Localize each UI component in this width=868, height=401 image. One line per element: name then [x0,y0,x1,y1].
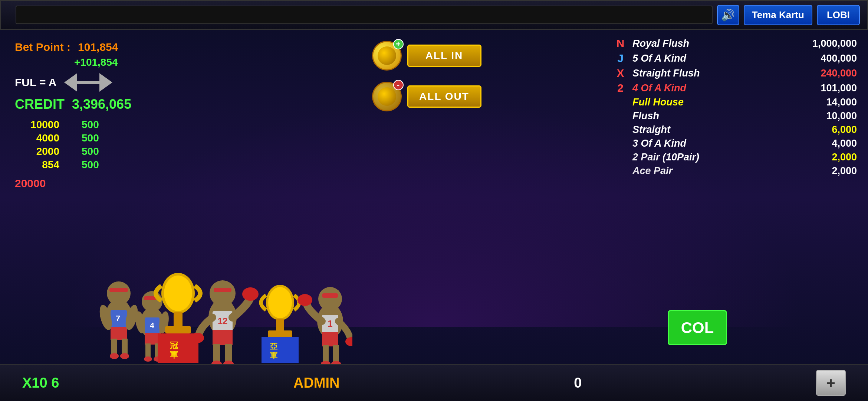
svg-rect-26 [174,312,183,327]
payout-value-5-of-a-kind: 400,000 [790,53,857,64]
credit-value: 3,396,065 [72,97,131,112]
svg-text:軍: 軍 [170,350,178,359]
svg-rect-36 [213,330,233,345]
payout-name-2-pair: 2 Pair (10Pair) [632,151,786,163]
all-in-button[interactable]: ALL IN [407,45,481,67]
svg-rect-6 [111,339,117,355]
tema-kartu-button[interactable]: Tema Kartu [744,5,812,25]
payout-name-straight-flush: Straight Flush [632,68,786,79]
bet-table: 10000 500 4000 500 2000 500 854 500 [15,119,237,172]
payout-name-5-of-a-kind: 5 Of A Kind [632,53,786,64]
svg-rect-2 [109,288,128,292]
top-bar-input [16,6,713,24]
svg-text:1: 1 [328,319,332,329]
payout-value-straight: 6,000 [790,124,857,136]
col-button[interactable]: COL [668,310,727,345]
svg-rect-17 [145,333,160,345]
bet-col1-1: 10000 [15,119,59,131]
svg-point-39 [211,361,222,364]
svg-point-42 [191,333,204,343]
plus-button[interactable]: + [816,370,846,396]
payout-name-straight: Straight [632,124,786,136]
svg-rect-27 [165,326,191,333]
payout-letter-J: J [612,52,629,65]
payout-name-flush: Flush [632,110,786,122]
all-out-group[interactable]: - ALL OUT [372,82,481,111]
payout-letter-2: 2 [612,82,629,94]
payout-name-full-house: Full House [632,97,786,108]
svg-text:7: 7 [116,314,120,323]
svg-point-60 [331,361,341,364]
bet-col2-4: 500 [82,159,111,171]
bonus-row: +101,854 [15,56,237,68]
svg-rect-18 [145,343,151,358]
payout-row-4-of-a-kind: 2 4 Of A Kind 101,000 [612,82,857,94]
coin-all-in-icon: + [372,41,402,71]
arrows-control[interactable] [64,73,112,92]
bet-label: Bet Point : [15,41,70,53]
payout-row-full-house: Full House 14,000 [612,97,857,108]
arrow-left-icon[interactable] [64,73,77,92]
payout-name-royal-flush: Royal Flush [632,38,786,49]
sound-icon: 🔊 [721,9,735,22]
sound-button[interactable]: 🔊 [717,5,739,25]
table-row: 10000 500 [15,119,237,131]
svg-rect-7 [122,339,128,355]
payout-row-flush: Flush 10,000 [612,110,857,122]
bonus-value: +101,854 [74,56,118,68]
payout-letter-N: N [612,37,629,50]
payout-letter-X: X [612,67,629,79]
svg-rect-38 [225,344,232,363]
bet-col1-3: 2000 [15,146,59,157]
lobi-button[interactable]: LOBI [817,5,860,25]
character-svg: 7 4 [74,238,352,364]
ful-row: FUL = A [15,73,237,92]
bottom-bar: X10 6 ADMIN 0 + [0,364,868,401]
svg-point-40 [223,361,234,364]
svg-rect-5 [111,327,127,340]
plus-icon: + [393,39,404,49]
credit-row: CREDIT 3,396,065 [15,97,237,112]
all-in-group[interactable]: + ALL IN [372,41,481,71]
arrow-right-icon[interactable] [99,73,112,92]
svg-rect-48 [262,337,299,363]
payout-value-flush: 10,000 [790,110,857,122]
coin-all-out-icon: - [372,82,402,111]
bet-point-row: Bet Point : 101,854 [15,41,237,53]
svg-rect-53 [322,293,338,298]
payout-name-4-of-a-kind: 4 Of A Kind [632,82,786,94]
zero-label: 0 [574,375,582,391]
arrow-body [77,81,99,84]
payout-row-straight-flush: X Straight Flush 240,000 [612,67,857,79]
payout-value-3-of-a-kind: 4,000 [790,138,857,149]
bet-col1-2: 4000 [15,132,59,144]
bet-col1-4: 854 [15,159,59,171]
payout-value-ace-pair: 2,000 [790,165,857,177]
svg-text:冠: 冠 [170,341,178,350]
svg-rect-33 [214,288,231,292]
payout-name-ace-pair: Ace Pair [632,165,786,177]
all-out-button[interactable]: ALL OUT [407,85,481,108]
bet-col2-3: 500 [82,146,111,157]
payout-value-full-house: 14,000 [790,97,857,108]
svg-text:亞: 亞 [270,342,278,351]
svg-point-41 [242,287,259,301]
table-row: 4000 500 [15,132,237,144]
svg-point-8 [110,353,119,359]
character-area: 7 4 [74,238,352,364]
bet-col2-2: 500 [82,132,111,144]
top-bar: 🔊 Tema Kartu LOBI [0,0,868,30]
credit-label: CREDIT [15,97,65,112]
bet-col2-1: 500 [82,119,111,131]
svg-point-59 [321,361,331,364]
svg-rect-47 [268,330,292,337]
payout-row-ace-pair: Ace Pair 2,000 [612,165,857,177]
total-bet: 20000 [15,177,237,190]
minus-icon: - [393,80,404,90]
table-row: 2000 500 [15,146,237,157]
payout-table: N Royal Flush 1,000,000 J 5 Of A Kind 40… [601,30,868,364]
svg-point-52 [318,287,342,311]
payout-value-royal-flush: 1,000,000 [790,38,857,49]
payout-name-3-of-a-kind: 3 Of A Kind [632,138,786,149]
bet-value: 101,854 [78,41,118,53]
